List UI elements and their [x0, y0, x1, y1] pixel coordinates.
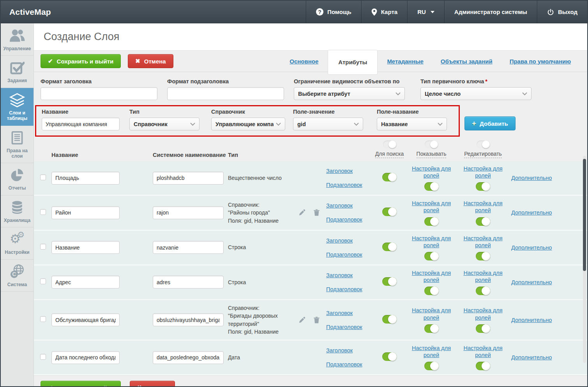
- search-toggle[interactable]: [382, 352, 397, 361]
- more-link[interactable]: Дополнительно: [511, 209, 552, 216]
- search-toggle[interactable]: [382, 173, 397, 181]
- show-toggle[interactable]: [424, 324, 439, 333]
- sidebar-item-tasks[interactable]: Задания: [1, 56, 34, 88]
- new-attribute-name-input[interactable]: [42, 118, 120, 130]
- topbar-item-map[interactable]: Карта: [361, 1, 407, 23]
- sidebar-item-reports[interactable]: Отчеты: [1, 163, 34, 195]
- search-toggle[interactable]: [382, 315, 397, 324]
- new-attribute-dictionary-select[interactable]: Управляющие компа...: [211, 118, 285, 130]
- cancel-button[interactable]: ✖ Отмена: [128, 54, 173, 68]
- header-link[interactable]: Заголовок: [326, 168, 375, 174]
- row-checkbox[interactable]: [40, 278, 46, 284]
- edit-toggle[interactable]: [476, 252, 490, 260]
- topbar-item-user[interactable]: Администратор системы: [444, 1, 537, 23]
- bulk-show-toggle[interactable]: [425, 141, 438, 148]
- edit-role-settings-link[interactable]: Настройка для ролей: [463, 269, 503, 283]
- sidebar-item-layers-tables[interactable]: Слои и таблицы: [1, 88, 34, 126]
- bulk-search-toggle[interactable]: [383, 141, 396, 148]
- attribute-system-name-input[interactable]: [153, 351, 224, 364]
- add-attribute-button[interactable]: + Добавить: [464, 116, 516, 130]
- edit-role-settings-link[interactable]: Настройка для ролей: [463, 200, 503, 214]
- primary-key-select[interactable]: Целое число: [420, 87, 531, 100]
- header-link[interactable]: Заголовок: [326, 272, 375, 278]
- show-toggle[interactable]: [424, 252, 439, 260]
- show-toggle[interactable]: [424, 287, 439, 295]
- edit-toggle[interactable]: [476, 324, 490, 333]
- search-toggle[interactable]: [382, 243, 397, 251]
- subheader-link[interactable]: Подзаголовок: [326, 252, 375, 258]
- delete-dictionary-icon[interactable]: [314, 317, 320, 324]
- visibility-limit-select[interactable]: Выберите атрибут: [294, 87, 405, 100]
- search-toggle[interactable]: [382, 277, 397, 286]
- topbar-item-language[interactable]: RU: [407, 1, 444, 23]
- header-link[interactable]: Заголовок: [326, 310, 375, 316]
- edit-dictionary-icon[interactable]: [299, 317, 305, 324]
- row-checkbox[interactable]: [40, 209, 46, 215]
- attribute-name-input[interactable]: [51, 313, 120, 326]
- subheader-link[interactable]: Подзаголовок: [326, 286, 375, 292]
- value-field-select[interactable]: gid: [293, 118, 363, 130]
- attribute-system-name-input[interactable]: [153, 313, 224, 326]
- edit-toggle[interactable]: [476, 362, 490, 370]
- edit-toggle[interactable]: [476, 182, 490, 191]
- more-link[interactable]: Дополнительно: [511, 279, 552, 285]
- header-link[interactable]: Заголовок: [326, 237, 375, 244]
- attribute-name-input[interactable]: [51, 206, 120, 219]
- edit-role-settings-link[interactable]: Настройка для ролей: [463, 345, 503, 359]
- row-checkbox[interactable]: [40, 316, 46, 322]
- show-toggle[interactable]: [424, 362, 439, 370]
- more-link[interactable]: Дополнительно: [511, 317, 552, 323]
- attribute-system-name-input[interactable]: [153, 276, 224, 288]
- subheader-format-input[interactable]: [167, 87, 284, 100]
- attribute-name-input[interactable]: [51, 276, 120, 288]
- subheader-link[interactable]: Подзаголовок: [326, 182, 375, 188]
- tab-task-objects[interactable]: Объекты заданий: [432, 58, 501, 65]
- attribute-name-input[interactable]: [51, 351, 120, 364]
- attribute-system-name-input[interactable]: [153, 241, 224, 254]
- delete-dictionary-icon[interactable]: [314, 209, 320, 216]
- show-role-settings-link[interactable]: Настройка для ролей: [411, 307, 452, 321]
- show-role-settings-link[interactable]: Настройка для ролей: [411, 235, 452, 249]
- subheader-link[interactable]: Подзаголовок: [326, 361, 375, 368]
- attribute-name-input[interactable]: [51, 241, 120, 254]
- vertical-scrollbar[interactable]: [583, 159, 586, 271]
- cancel-button-bottom[interactable]: ✖ Отмена: [130, 381, 175, 387]
- tab-main[interactable]: Основное: [281, 58, 327, 65]
- sidebar-item-system[interactable]: C Система: [1, 260, 34, 292]
- show-role-settings-link[interactable]: Настройка для ролей: [411, 200, 452, 214]
- row-checkbox[interactable]: [40, 244, 46, 250]
- sidebar-item-layer-rights[interactable]: Права на слои: [1, 126, 34, 164]
- row-checkbox[interactable]: [40, 174, 46, 180]
- show-toggle[interactable]: [424, 217, 439, 226]
- new-attribute-type-select[interactable]: Справочник: [129, 118, 200, 130]
- header-link[interactable]: Заголовок: [326, 347, 375, 354]
- search-toggle[interactable]: [382, 208, 397, 216]
- more-link[interactable]: Дополнительно: [511, 175, 552, 181]
- edit-toggle[interactable]: [476, 217, 490, 226]
- sidebar-item-management[interactable]: Управление: [1, 24, 34, 56]
- more-link[interactable]: Дополнительно: [511, 354, 552, 361]
- attribute-name-input[interactable]: [51, 172, 120, 185]
- header-format-input[interactable]: [41, 87, 157, 100]
- bulk-edit-toggle[interactable]: [477, 141, 490, 148]
- more-link[interactable]: Дополнительно: [511, 245, 552, 251]
- edit-role-settings-link[interactable]: Настройка для ролей: [463, 235, 503, 249]
- tab-metadata[interactable]: Метаданные: [378, 58, 432, 65]
- edit-toggle[interactable]: [476, 287, 490, 295]
- show-role-settings-link[interactable]: Настройка для ролей: [411, 165, 452, 179]
- attribute-system-name-input[interactable]: [153, 206, 224, 219]
- save-button[interactable]: ✔ Сохранить и выйти: [41, 54, 121, 68]
- sidebar-item-settings[interactable]: ⚙⚙ Настройки: [1, 227, 34, 259]
- topbar-item-help[interactable]: ? Помощь: [306, 1, 361, 23]
- subheader-link[interactable]: Подзаголовок: [326, 216, 375, 223]
- name-field-select[interactable]: Название: [377, 118, 447, 130]
- attribute-system-name-input[interactable]: [153, 172, 224, 185]
- edit-role-settings-link[interactable]: Настройка для ролей: [463, 307, 503, 321]
- show-role-settings-link[interactable]: Настройка для ролей: [411, 345, 452, 359]
- sidebar-item-storages[interactable]: Хранилища: [1, 195, 34, 227]
- tab-attributes[interactable]: Атрибуты: [328, 50, 378, 75]
- show-toggle[interactable]: [424, 182, 439, 191]
- edit-dictionary-icon[interactable]: [299, 209, 305, 216]
- header-link[interactable]: Заголовок: [326, 202, 375, 209]
- edit-role-settings-link[interactable]: Настройка для ролей: [463, 165, 503, 179]
